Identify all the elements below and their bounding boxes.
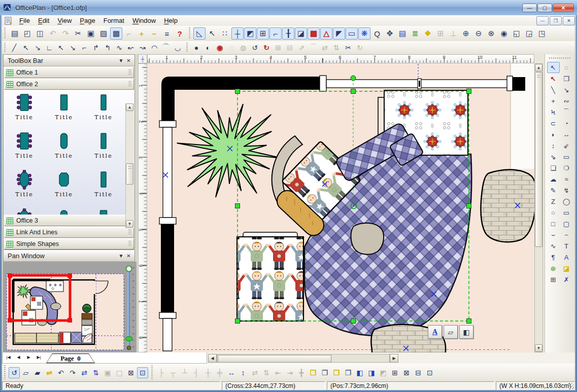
same-width-button[interactable]: ↔: [226, 367, 237, 378]
toolbar-grip[interactable]: [549, 57, 571, 60]
dimension-diagonal-tool-button[interactable]: ⇘: [547, 151, 560, 162]
connector-elbow-end-button[interactable]: ↘: [67, 42, 78, 53]
zoom-in-button[interactable]: ⊕: [460, 27, 472, 40]
cloud-tool-button[interactable]: ☁: [547, 173, 560, 185]
rotate-cw-button[interactable]: ↻: [261, 42, 272, 53]
paste-button[interactable]: ▨: [97, 27, 110, 40]
add-shape-button[interactable]: +: [135, 27, 148, 40]
toolbox-item-desk-rect-narrow[interactable]: Title: [84, 170, 123, 208]
trim-shapes-button[interactable]: ✂: [343, 42, 354, 53]
rotate-right-90-button[interactable]: ↷: [67, 367, 78, 378]
line-tool-button[interactable]: ╲: [547, 84, 560, 95]
callout-round-tool-button[interactable]: ❍: [560, 162, 573, 173]
edit-nodes-button[interactable]: ❒: [560, 73, 573, 84]
corner-arrow-tool-button[interactable]: ⇙: [560, 140, 573, 151]
text-block-tool-button[interactable]: ¶: [547, 252, 560, 263]
connector-elbow-start-button[interactable]: ↖: [55, 42, 66, 53]
snap-pointer-button[interactable]: ◤: [333, 27, 345, 40]
properties-button[interactable]: ▤: [396, 27, 409, 40]
snap-grid-button[interactable]: ⊞: [257, 27, 269, 40]
mirror-horizontal-button[interactable]: ⇄: [79, 367, 90, 378]
connector-arrow-end-button[interactable]: ↘: [32, 42, 43, 53]
point-arc-tool-button[interactable]: ⌢: [560, 229, 573, 240]
next-page-button[interactable]: ▶: [24, 352, 33, 362]
mdi-restore-button[interactable]: ❐: [550, 16, 562, 25]
select-region-button[interactable]: ▩: [308, 27, 320, 40]
rectangle-tool-button[interactable]: ▭: [560, 207, 573, 218]
page-tab[interactable]: Page 0: [46, 353, 95, 363]
zoom-window-button[interactable]: ⊗: [485, 27, 497, 40]
cross-tool-button[interactable]: +: [547, 95, 560, 106]
toolbox-item-desk-rect-narrow[interactable]: Title: [84, 131, 123, 170]
connector-curve-end-button[interactable]: ↝: [137, 42, 148, 53]
rotation-handle[interactable]: [351, 76, 356, 81]
connector-line-button[interactable]: ╱: [9, 42, 20, 53]
connector-arc-point-button[interactable]: ⌒: [160, 42, 172, 53]
resize-grip[interactable]: [568, 383, 574, 389]
scrollbar-thumb[interactable]: [126, 163, 133, 185]
add-point-pointer-button[interactable]: ↖: [547, 73, 560, 84]
ruler-origin-icon[interactable]: ┼: [138, 54, 147, 63]
mdi-close-button[interactable]: ✕: [563, 16, 575, 25]
toolbar-grip[interactable]: [188, 27, 191, 40]
paste-format-button[interactable]: ▩: [110, 27, 122, 40]
wave-line-tool-button[interactable]: ∿: [547, 240, 560, 252]
pointer-document-button[interactable]: ↖: [206, 27, 218, 40]
polyline-tool-button[interactable]: Ϟ: [547, 106, 560, 118]
scroll-left-icon[interactable]: ◀: [208, 354, 217, 363]
toolbox-item-capsule[interactable]: Title: [44, 208, 84, 215]
rotate-left-90-button[interactable]: ↶: [55, 367, 66, 378]
callout-note-button[interactable]: ▱: [444, 325, 458, 339]
connector-step-start-button[interactable]: ↰: [102, 42, 113, 53]
toolbox-group-office-3[interactable]: Office 3: [4, 215, 134, 226]
lock-button[interactable]: ⊠: [125, 367, 137, 378]
save-button[interactable]: ◫: [34, 27, 46, 40]
pan-tool-button[interactable]: ✥: [384, 27, 396, 40]
minimize-button[interactable]: —: [522, 4, 537, 12]
insert-image-tool-button[interactable]: ◪: [560, 263, 573, 274]
connect-points-button[interactable]: ❋: [358, 27, 370, 40]
toolbox-item-meeting-oval[interactable]: Title: [5, 208, 44, 215]
draft-mode-button[interactable]: ◺: [193, 27, 206, 40]
cut-button[interactable]: ✂: [72, 27, 84, 40]
menu-edit[interactable]: Edit: [34, 16, 53, 25]
lasso-select-button[interactable]: ◌: [560, 62, 573, 73]
open-file-button[interactable]: ◰: [21, 27, 33, 40]
scroll-down-icon[interactable]: ▼: [126, 220, 133, 228]
connector-curve-start-button[interactable]: ↜: [125, 42, 137, 53]
expand-up-button[interactable]: ⊟: [413, 367, 424, 378]
frame-note-tool-button[interactable]: ▭: [560, 151, 573, 162]
weld-shapes-button[interactable]: ●: [191, 42, 202, 53]
menu-format[interactable]: Format: [99, 16, 128, 25]
toolbox-item-meeting-rect[interactable]: Title: [5, 131, 44, 170]
connector-arc-button[interactable]: ◠: [149, 42, 160, 53]
combine-boolean-button[interactable]: ◧: [354, 367, 365, 378]
delete-tool-button[interactable]: ✗: [560, 274, 573, 285]
snap-lines-button[interactable]: ◪: [295, 27, 307, 40]
layers-button[interactable]: ≣: [409, 27, 421, 40]
copy-button[interactable]: ▣: [85, 27, 97, 40]
panel-menu-icon[interactable]: ▼: [117, 252, 125, 260]
blob-tool-button[interactable]: ◗: [547, 129, 560, 140]
arrow-line-tool-button[interactable]: ↘: [560, 84, 573, 95]
scroll-down-icon[interactable]: ▼: [535, 344, 542, 352]
mdi-minimize-button[interactable]: —: [536, 16, 549, 25]
menu-help[interactable]: Help: [160, 16, 182, 25]
scroll-up-icon[interactable]: ▲: [535, 64, 542, 72]
same-height-button[interactable]: ↕: [237, 367, 249, 378]
expand-left-button[interactable]: ⊞: [389, 367, 400, 378]
menu-window[interactable]: Window: [128, 16, 160, 25]
toolbox-group-simple-shapes[interactable]: Simple Shapes: [4, 238, 134, 250]
panel-menu-icon[interactable]: ▼: [117, 57, 125, 64]
square-tool-button[interactable]: □: [547, 218, 560, 229]
toolbox-item-desk-rect-narrow[interactable]: Title: [84, 93, 123, 131]
artistic-text-tool-button[interactable]: A: [560, 252, 573, 263]
panel-close-icon[interactable]: ✕: [125, 252, 132, 260]
skew-horizontal-button[interactable]: ▱: [20, 367, 31, 378]
rounded-rect-tool-button[interactable]: ▢: [560, 218, 573, 229]
scrollbar-thumb[interactable]: [218, 355, 331, 363]
toolbox-scrollbar[interactable]: ▲ ▼: [125, 103, 134, 228]
canvas-vertical-scrollbar[interactable]: ▲ ▼: [534, 63, 543, 352]
toolbox-group-office-2[interactable]: Office 2: [4, 79, 134, 90]
show-guides-button[interactable]: ┼: [231, 27, 244, 40]
